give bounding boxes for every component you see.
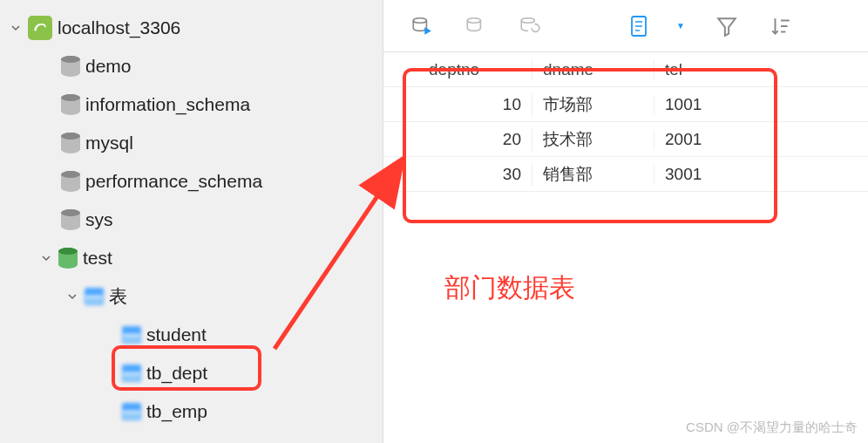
- dropdown-caret-icon[interactable]: ▼: [676, 21, 685, 31]
- cell-deptno[interactable]: 20: [418, 130, 532, 149]
- svg-point-1: [467, 17, 480, 22]
- run-query-icon[interactable]: [410, 14, 434, 38]
- mysql-icon: [28, 16, 52, 40]
- grid-header-row: deptno dname tel: [383, 52, 868, 87]
- database-icon: [61, 171, 80, 192]
- cell-dname[interactable]: 技术部: [532, 128, 654, 151]
- db-node-demo[interactable]: demo: [0, 47, 383, 85]
- svg-point-2: [521, 17, 534, 22]
- table-node-tb-emp[interactable]: tb_emp: [0, 392, 383, 431]
- svg-point-0: [413, 17, 426, 22]
- run-script-icon[interactable]: [464, 14, 488, 38]
- col-header-deptno[interactable]: deptno: [418, 60, 532, 79]
- filter-icon[interactable]: [715, 14, 739, 38]
- cell-tel[interactable]: 1001: [654, 95, 758, 114]
- col-header-tel[interactable]: tel: [654, 60, 758, 79]
- connection-node[interactable]: localhost_3306: [0, 9, 383, 47]
- database-navigator: localhost_3306 demo information_schema m…: [0, 0, 383, 443]
- table-icon: [122, 365, 141, 382]
- database-icon: [61, 94, 80, 115]
- db-node-information-schema[interactable]: information_schema: [0, 85, 383, 124]
- table-node-tb-dept[interactable]: tb_dept: [0, 354, 383, 392]
- tables-icon: [85, 288, 104, 305]
- document-icon[interactable]: [627, 14, 652, 38]
- chevron-down-icon: [9, 21, 23, 35]
- watermark: CSDN @不渴望力量的哈士奇: [686, 419, 858, 436]
- table-icon: [122, 326, 141, 344]
- sort-icon[interactable]: [769, 14, 793, 38]
- cell-tel[interactable]: 3001: [654, 165, 758, 184]
- cell-dname[interactable]: 销售部: [532, 163, 654, 186]
- db-node-sys[interactable]: sys: [0, 201, 383, 239]
- refresh-icon[interactable]: [518, 14, 542, 38]
- data-grid: deptno dname tel 10 市场部 1001 20 技术部 2001…: [383, 52, 868, 192]
- db-node-mysql[interactable]: mysql: [0, 124, 383, 162]
- grid-row[interactable]: 20 技术部 2001: [383, 122, 868, 157]
- cell-tel[interactable]: 2001: [654, 130, 758, 149]
- cell-deptno[interactable]: 10: [418, 95, 532, 114]
- col-header-dname[interactable]: dname: [532, 60, 654, 79]
- table-node-student[interactable]: student: [0, 316, 383, 354]
- chevron-down-icon: [65, 290, 79, 303]
- grid-row[interactable]: 30 销售部 3001: [383, 157, 868, 192]
- database-icon: [61, 133, 80, 153]
- annotation-text: 部门数据表: [444, 270, 575, 306]
- cell-deptno[interactable]: 30: [418, 165, 532, 184]
- database-icon: [61, 209, 80, 230]
- cell-dname[interactable]: 市场部: [532, 93, 654, 116]
- db-node-performance-schema[interactable]: performance_schema: [0, 162, 383, 201]
- chevron-down-icon: [39, 251, 53, 265]
- grid-row[interactable]: 10 市场部 1001: [383, 87, 868, 122]
- toolbar: ▼: [383, 0, 868, 52]
- db-node-test[interactable]: test: [0, 239, 383, 277]
- database-icon: [61, 56, 80, 77]
- tables-folder[interactable]: 表: [0, 277, 383, 316]
- table-icon: [122, 403, 141, 420]
- connection-label: localhost_3306: [58, 17, 180, 38]
- database-active-icon: [58, 248, 78, 269]
- main-panel: ▼ deptno dname tel 10 市场部 1001 20 技术部 20…: [383, 0, 868, 443]
